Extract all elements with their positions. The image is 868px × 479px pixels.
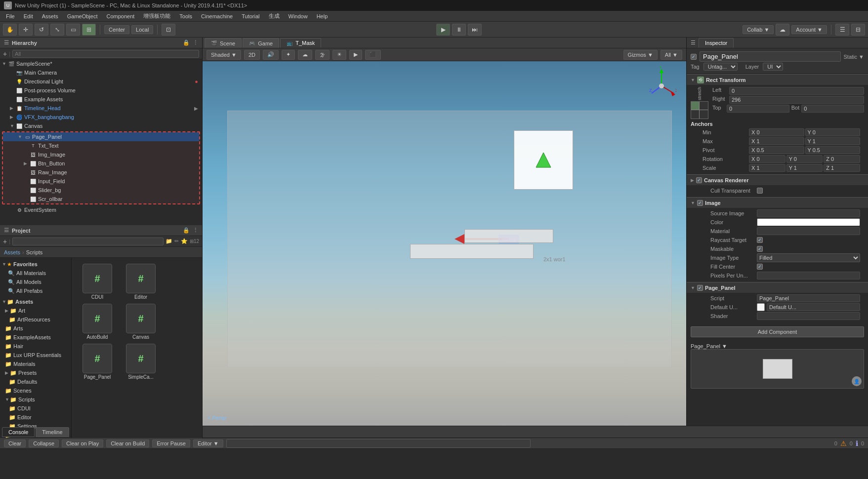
- search-scene-btn[interactable]: All ▼: [661, 50, 682, 60]
- cloud-btn[interactable]: ☁: [776, 24, 789, 36]
- tab-timeline[interactable]: Timeline: [36, 427, 69, 437]
- menu-component[interactable]: Component: [102, 12, 138, 20]
- menu-gameobject[interactable]: GameObject: [63, 12, 102, 20]
- console-search-input[interactable]: [226, 439, 531, 448]
- gizmos-dropdown[interactable]: Gizmos ▼: [623, 50, 658, 60]
- shading-dropdown[interactable]: Shaded ▼: [207, 50, 241, 60]
- tree-item-sliderbg[interactable]: ⬜ Slider_bg: [3, 186, 199, 195]
- project-more-icon[interactable]: ⋮: [193, 227, 198, 234]
- sidebar-allprefabs[interactable]: 🔍 All Prefabs: [0, 286, 71, 295]
- rect-tool-btn[interactable]: ▭: [66, 24, 80, 36]
- tree-item-rawimage[interactable]: 🖼 Raw_Image: [3, 168, 199, 177]
- tree-item-txttext[interactable]: T Txt_Text: [3, 141, 199, 150]
- flares-btn[interactable]: ☀: [332, 50, 346, 60]
- project-pencil-icon[interactable]: ✏: [174, 238, 179, 244]
- unknown-btn[interactable]: ⊡: [162, 24, 175, 36]
- anchor-diagram[interactable]: stretch: [691, 87, 708, 119]
- account-btn[interactable]: Account ▼: [791, 25, 827, 34]
- menu-edit[interactable]: Edit: [20, 12, 37, 20]
- tree-item-postprocess[interactable]: ⬜ Post-process Volume: [0, 86, 202, 95]
- menu-window[interactable]: Window: [285, 12, 312, 20]
- bottom-value[interactable]: 0: [801, 105, 864, 113]
- source-image-value[interactable]: [757, 209, 860, 217]
- file-item-simpleca[interactable]: # SimpleCa...: [121, 344, 161, 380]
- pagepanel-script-header[interactable]: ▼ ✓ Page_Panel: [687, 282, 868, 293]
- tree-item-eventsystem[interactable]: ⚙ EventSystem: [0, 205, 202, 214]
- transform-tool-btn[interactable]: ⊞: [82, 24, 96, 36]
- animated-btn[interactable]: ▶: [349, 50, 362, 60]
- scene-view[interactable]: < Persp Y X Z: [203, 61, 686, 426]
- top-value[interactable]: 0: [727, 105, 789, 113]
- tree-item-imgimage[interactable]: 🖼 Img_Image: [3, 150, 199, 159]
- audio-btn[interactable]: 🔊: [263, 50, 279, 60]
- rotation-y[interactable]: Y 0: [786, 155, 823, 163]
- gameobject-active-toggle[interactable]: ✓: [691, 54, 697, 60]
- recttransform-header[interactable]: ▼ ⟲ Rect Transform: [687, 74, 868, 85]
- anchor-max-y[interactable]: Y 1: [805, 137, 861, 145]
- sidebar-art[interactable]: ▶ 📁 Art: [0, 306, 71, 315]
- file-item-cdui[interactable]: # CDUI: [78, 264, 117, 300]
- sidebar-allmodels[interactable]: 🔍 All Models: [0, 278, 71, 286]
- pixelsperunit-value[interactable]: [757, 272, 860, 279]
- canvasrenderer-toggle[interactable]: ✓: [696, 177, 702, 183]
- tree-item-dirlight[interactable]: 💡 Directional Light ●: [0, 77, 202, 86]
- sidebar-materials[interactable]: 📁 Materials: [0, 359, 71, 368]
- sidebar-arts[interactable]: 📁 Arts: [0, 324, 71, 333]
- console-error-pause-btn[interactable]: Error Pause: [152, 439, 190, 447]
- console-clear-btn[interactable]: Clear: [4, 439, 26, 447]
- sidebar-scripts[interactable]: ▼ 📁 Scripts: [0, 395, 71, 404]
- pivot-y[interactable]: Y 0.5: [805, 146, 861, 154]
- 2d-btn[interactable]: 2D: [244, 50, 260, 60]
- tab-inspector[interactable]: Inspector: [699, 38, 734, 48]
- project-add-btn[interactable]: +: [3, 238, 7, 245]
- pivot-x[interactable]: X 0.5: [749, 146, 804, 154]
- sidebar-editor[interactable]: 📁 Editor: [0, 413, 71, 422]
- fillcenter-checkbox[interactable]: ✓: [757, 264, 763, 270]
- color-value[interactable]: [757, 218, 860, 226]
- breadcrumb-assets[interactable]: Assets: [4, 249, 20, 255]
- tree-item-samplescene[interactable]: ▼ 🎬 SampleScene*: [0, 59, 202, 68]
- project-star-icon[interactable]: ⭐: [181, 238, 188, 244]
- canvasrenderer-header[interactable]: ▶ ✓ Canvas Renderer: [687, 174, 868, 185]
- hierarchy-lock-icon[interactable]: 🔒: [183, 40, 190, 46]
- menu-cinemachine[interactable]: Cinemachine: [197, 12, 237, 20]
- tree-item-scrollbar[interactable]: ⬜ Scr_ollbar: [3, 195, 199, 203]
- layout-btn[interactable]: ⊟: [851, 24, 865, 36]
- menu-tools[interactable]: Tools: [175, 12, 196, 20]
- project-search-input[interactable]: [12, 238, 164, 245]
- left-value[interactable]: 0: [729, 87, 864, 95]
- scale-y[interactable]: Y 1: [786, 164, 823, 172]
- console-clear-on-play-btn[interactable]: Clear on Play: [62, 439, 103, 447]
- image-toggle[interactable]: ✓: [697, 200, 703, 206]
- skybox-btn[interactable]: ☁: [298, 50, 312, 60]
- sidebar-assets[interactable]: ▼ 📁 Assets: [0, 297, 71, 306]
- fog-btn[interactable]: 🌫: [315, 50, 330, 60]
- anchor-max-x[interactable]: X 1: [749, 137, 804, 145]
- defaultui-name-value[interactable]: Default U...: [767, 303, 860, 311]
- tree-item-vfx[interactable]: ▶ 🌀 VFX_bangbangbang: [0, 113, 202, 121]
- tree-item-canvas[interactable]: ▼ ⬜ Canvas: [0, 121, 202, 130]
- hierarchy-more-icon[interactable]: ⋮: [193, 40, 198, 46]
- project-lock-icon[interactable]: 🔒: [183, 227, 190, 234]
- tag-dropdown[interactable]: Untag...: [703, 63, 738, 71]
- tab-game[interactable]: 🎮 Game: [243, 38, 279, 48]
- anchor-min-y[interactable]: Y 0: [805, 128, 861, 136]
- pause-btn[interactable]: ⏸: [452, 24, 466, 36]
- anchor-min-x[interactable]: X 0: [749, 128, 804, 136]
- image-header[interactable]: ▼ ✓ Image: [687, 197, 868, 208]
- sidebar-allmaterials[interactable]: 🔍 All Materials: [0, 269, 71, 278]
- project-folder-icon[interactable]: 📁: [165, 238, 172, 244]
- tree-item-inputfield[interactable]: ⬜ Input_Field: [3, 177, 199, 186]
- local-label[interactable]: Local: [131, 25, 153, 34]
- maskable-checkbox[interactable]: ✓: [757, 246, 763, 252]
- defaultui-color-swatch[interactable]: [757, 303, 765, 311]
- sidebar-exampleassets[interactable]: 📁 ExampleAssets: [0, 333, 71, 342]
- layers-btn[interactable]: ☰: [835, 24, 849, 36]
- menu-file[interactable]: File: [2, 12, 19, 20]
- tab-tmask[interactable]: 📺 T_Mask: [280, 38, 321, 48]
- play-btn[interactable]: ▶: [436, 24, 450, 36]
- file-item-editor[interactable]: # Editor: [121, 264, 161, 300]
- sidebar-cdui[interactable]: 📁 CDUI: [0, 404, 71, 413]
- hierarchy-search-input[interactable]: [12, 50, 199, 58]
- console-editor-btn[interactable]: Editor ▼: [193, 439, 223, 447]
